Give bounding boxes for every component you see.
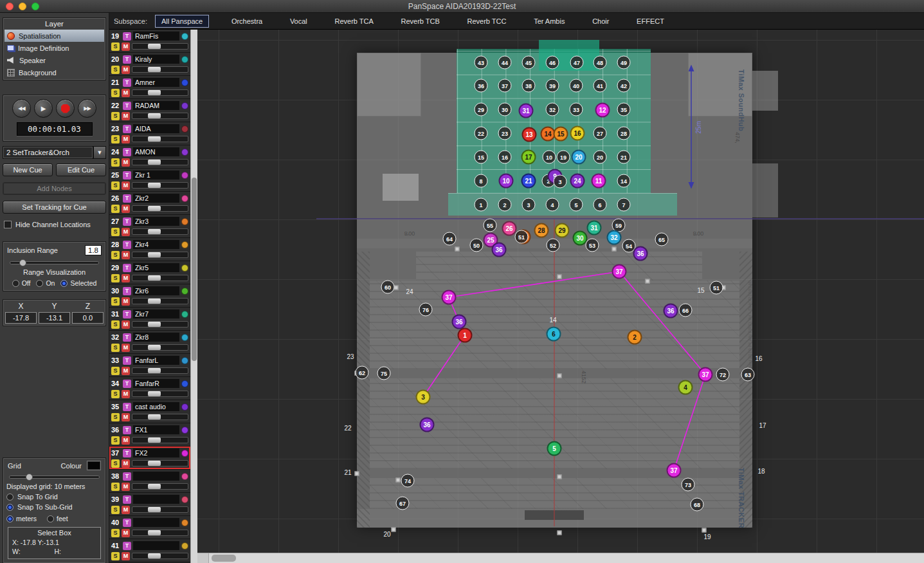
mute-button[interactable]: M: [122, 320, 130, 329]
track-button[interactable]: T: [123, 148, 131, 156]
channel-node-75[interactable]: 75: [377, 367, 391, 380]
channel-node-73[interactable]: 73: [682, 478, 695, 492]
mute-button[interactable]: M: [122, 459, 130, 468]
channel-fader[interactable]: [132, 89, 188, 96]
channel-strip-22[interactable]: 22 T RADAM S M: [109, 99, 190, 122]
fader-thumb[interactable]: [148, 530, 161, 535]
channel-strip-19[interactable]: 19 T RamFis S M: [109, 30, 190, 53]
channel-node-44[interactable]: 44: [498, 56, 512, 69]
solo-button[interactable]: S: [111, 506, 120, 514]
channel-node-10[interactable]: 10: [543, 151, 556, 164]
subspace-tab-orchestra[interactable]: Orchestra: [226, 15, 267, 28]
mute-button[interactable]: M: [122, 89, 130, 97]
channel-node-30[interactable]: 30: [498, 103, 512, 116]
fader-thumb[interactable]: [148, 507, 161, 512]
grid-opacity-slider[interactable]: [9, 475, 100, 479]
fast-forward-button[interactable]: ▶▶: [78, 99, 96, 118]
mute-button[interactable]: M: [122, 112, 130, 120]
channel-strip-38[interactable]: 38 T S M: [109, 470, 190, 493]
fader-thumb[interactable]: [148, 90, 161, 95]
channel-node-31[interactable]: 31: [587, 221, 602, 235]
track-button[interactable]: T: [123, 449, 131, 457]
channel-strip-21[interactable]: 21 T Amner S M: [109, 76, 190, 99]
channel-node-46[interactable]: 46: [546, 56, 559, 69]
track-button[interactable]: T: [123, 78, 131, 87]
channel-fader[interactable]: [132, 205, 188, 212]
channel-node-17[interactable]: 17: [521, 150, 536, 165]
channel-node-5[interactable]: 5: [570, 198, 583, 212]
subspace-tab-effect[interactable]: EFFECT: [631, 15, 669, 28]
channel-name[interactable]: RamFis: [133, 32, 179, 41]
channel-node-22[interactable]: 22: [475, 127, 488, 140]
channel-node-45[interactable]: 45: [522, 56, 536, 69]
mute-button[interactable]: M: [122, 344, 130, 352]
channel-strip-26[interactable]: 26 T Zkr2 S M: [109, 192, 190, 215]
track-button[interactable]: T: [123, 310, 131, 318]
channel-node-35[interactable]: 35: [617, 103, 631, 116]
solo-button[interactable]: S: [111, 297, 120, 306]
solo-button[interactable]: S: [111, 135, 120, 143]
channel-fader[interactable]: [132, 483, 188, 490]
channel-node-19[interactable]: 19: [557, 151, 570, 164]
grid-colour-swatch[interactable]: [87, 461, 101, 470]
solo-button[interactable]: S: [111, 413, 120, 421]
channel-node-36[interactable]: 36: [492, 243, 507, 257]
channel-node-47[interactable]: 47: [570, 56, 584, 69]
channel-fader[interactable]: [132, 43, 188, 50]
channel-node-50[interactable]: 50: [470, 239, 484, 252]
channel-name[interactable]: Zkr8: [133, 333, 179, 342]
channel-name[interactable]: RADAM: [133, 101, 179, 110]
channel-node-51[interactable]: 51: [515, 230, 529, 244]
channel-name[interactable]: [133, 518, 179, 527]
channel-node-72[interactable]: 72: [716, 368, 730, 382]
channel-node-7[interactable]: 7: [617, 198, 631, 212]
channel-node-10[interactable]: 10: [499, 174, 514, 189]
slider-thumb[interactable]: [19, 259, 26, 266]
channel-node-29[interactable]: 29: [475, 103, 488, 116]
mute-button[interactable]: M: [122, 552, 130, 560]
channel-node-37[interactable]: 37: [498, 79, 512, 93]
channel-node-11[interactable]: 11: [592, 174, 606, 189]
solo-button[interactable]: S: [111, 205, 120, 213]
channel-fader[interactable]: [132, 66, 188, 73]
solo-button[interactable]: S: [111, 158, 120, 167]
cue-selector[interactable]: 2 SetTracker&Orch: [3, 146, 93, 159]
fader-thumb[interactable]: [148, 160, 161, 165]
channel-name[interactable]: Zkr4: [133, 240, 179, 249]
channel-strip-27[interactable]: 27 T Zkr3 S M: [109, 215, 190, 238]
fader-thumb[interactable]: [148, 67, 161, 72]
channel-strip-41[interactable]: 41 T S M: [109, 539, 190, 562]
channel-node-8[interactable]: 8: [475, 174, 488, 188]
subspace-tab-reverb-tca[interactable]: Reverb TCA: [329, 15, 378, 28]
channel-node-66[interactable]: 66: [679, 304, 693, 317]
mute-button[interactable]: M: [122, 135, 130, 143]
channel-strip-35[interactable]: 35 T cast audio S M: [109, 400, 190, 423]
channel-node-15[interactable]: 15: [554, 127, 568, 142]
y-value[interactable]: -13.1: [39, 312, 70, 324]
fader-thumb[interactable]: [148, 345, 161, 350]
channel-node-74[interactable]: 74: [401, 474, 415, 488]
channel-name[interactable]: Zkr7: [133, 309, 179, 318]
channel-node-16[interactable]: 16: [498, 151, 512, 164]
channel-node-48[interactable]: 48: [593, 56, 607, 69]
fader-thumb[interactable]: [148, 484, 161, 489]
channel-fader[interactable]: [132, 113, 188, 119]
layer-item-spatialisation[interactable]: Spatialisation: [5, 30, 104, 42]
channel-name[interactable]: FX1: [133, 425, 179, 434]
fader-thumb[interactable]: [148, 252, 161, 257]
channel-node-37[interactable]: 37: [442, 290, 457, 305]
solo-button[interactable]: S: [111, 66, 120, 74]
channel-name[interactable]: AIDA: [133, 124, 179, 133]
mute-button[interactable]: M: [122, 66, 130, 74]
channel-node-3[interactable]: 3: [522, 198, 536, 212]
channel-node-36[interactable]: 36: [475, 79, 488, 93]
channel-node-40[interactable]: 40: [570, 79, 583, 93]
subspace-tab-reverb-tcc[interactable]: Reverb TCC: [462, 15, 512, 28]
inclusion-range-slider[interactable]: [10, 261, 99, 264]
channel-node-37[interactable]: 37: [667, 463, 682, 478]
set-tracking-for-cue-button[interactable]: Set Tracking for Cue: [3, 201, 106, 214]
channel-node-28[interactable]: 28: [534, 223, 549, 238]
edit-cue-button[interactable]: Edit Cue: [56, 163, 106, 176]
channel-strip-32[interactable]: 32 T Zkr8 S M: [109, 331, 190, 354]
channel-fader[interactable]: [132, 159, 188, 165]
